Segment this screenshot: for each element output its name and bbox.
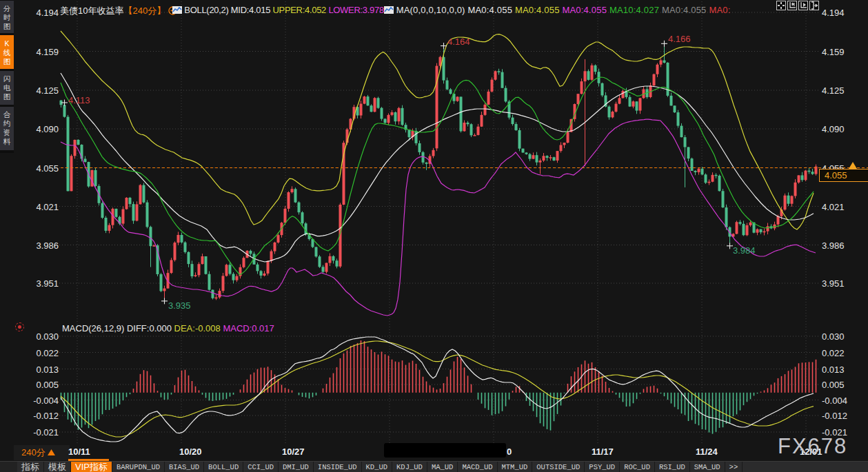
svg-text:0.013: 0.013 [36,365,59,375]
svg-text:4.021: 4.021 [822,202,845,212]
svg-text:3.935: 3.935 [168,300,191,311]
svg-text:0.022: 0.022 [36,348,59,358]
svg-text:4.090: 4.090 [36,124,59,134]
svg-text:3.986: 3.986 [36,240,59,251]
svg-text:4.113: 4.113 [68,95,90,105]
svg-text:4.159: 4.159 [822,47,845,57]
svg-text:-0.012: -0.012 [822,411,847,421]
svg-text:4.021: 4.021 [36,202,59,212]
svg-text:4.194: 4.194 [36,8,59,18]
svg-text:4.055: 4.055 [36,163,59,174]
svg-text:4.166: 4.166 [668,34,691,44]
svg-text:4.125: 4.125 [822,85,845,96]
svg-text:0.005: 0.005 [36,380,59,390]
svg-text:0.030: 0.030 [822,331,845,342]
svg-text:0.005: 0.005 [822,380,845,390]
svg-text:-0.012: -0.012 [33,411,59,421]
svg-text:3.951: 3.951 [822,278,845,289]
svg-text:3.984: 3.984 [733,245,756,256]
svg-text:-0.021: -0.021 [33,427,59,438]
svg-text:3.986: 3.986 [822,240,845,251]
svg-text:0.022: 0.022 [822,348,845,358]
svg-text:4.090: 4.090 [822,124,845,134]
svg-text:-0.004: -0.004 [822,396,847,406]
svg-text:4.194: 4.194 [822,8,845,18]
svg-text:3.951: 3.951 [36,278,59,289]
svg-text:4.164: 4.164 [447,37,470,47]
svg-text:0.030: 0.030 [36,331,59,342]
svg-text:4.159: 4.159 [36,47,59,57]
svg-text:-0.004: -0.004 [33,396,59,406]
svg-text:4.125: 4.125 [36,85,59,96]
svg-text:0.013: 0.013 [822,365,845,375]
